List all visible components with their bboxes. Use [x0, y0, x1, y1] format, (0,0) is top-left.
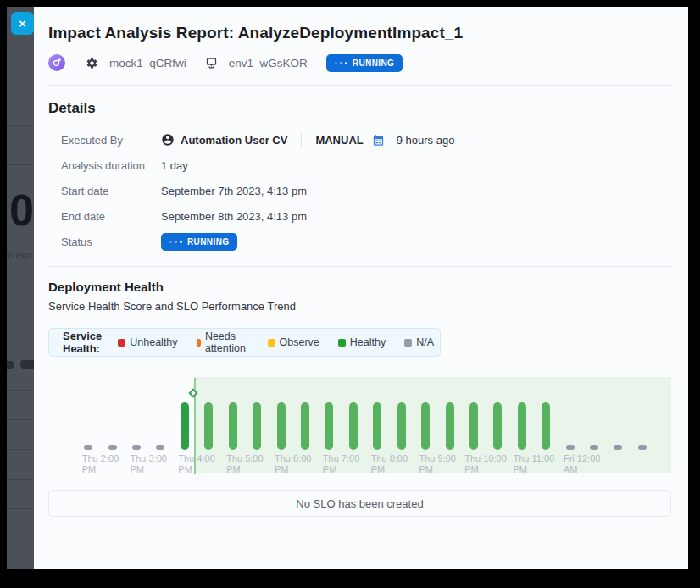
bar-slot	[342, 402, 365, 450]
bar-slot	[317, 402, 341, 450]
bar-slot	[245, 402, 269, 450]
analysis-duration-value: 1 day	[161, 159, 188, 172]
health-bar-healthy[interactable]	[325, 402, 333, 450]
section-divider	[48, 266, 671, 267]
status-badge-label: RUNNING	[353, 58, 394, 68]
legend-item: Healthy	[338, 330, 386, 354]
end-date-row: End date September 8th 2023, 4:13 pm	[48, 203, 671, 229]
health-bar-healthy[interactable]	[277, 402, 286, 450]
header-divider	[48, 85, 671, 86]
health-bar-healthy[interactable]	[518, 402, 526, 450]
slo-empty-state: No SLO has been created	[48, 490, 671, 517]
legend-items: UnhealthyNeeds attentionObserveHealthyN/…	[118, 330, 434, 354]
bar-slot	[148, 402, 172, 450]
bar-slot	[269, 402, 292, 450]
executed-by-user: Automation User CV	[181, 134, 287, 147]
health-bar-healthy[interactable]	[204, 402, 213, 450]
x-tick-label: Thu 7:00PM	[323, 453, 359, 475]
health-bar-healthy[interactable]	[349, 402, 358, 450]
health-bar-healthy[interactable]	[301, 402, 309, 450]
x-tick-slot: Thu 5:00PM	[220, 453, 269, 475]
row-label: Status	[48, 236, 161, 248]
health-bar-healthy[interactable]	[446, 402, 454, 450]
legend-item: Needs attention	[197, 330, 249, 354]
legend-label: Observe	[280, 336, 319, 348]
x-tick-label: Thu 5:00PM	[226, 453, 263, 475]
bar-slot	[631, 402, 654, 450]
health-bar-na[interactable]	[590, 445, 598, 450]
legend-swatch-icon	[268, 339, 275, 347]
health-bar-healthy[interactable]	[229, 402, 237, 450]
details-heading: Details	[48, 100, 671, 117]
health-bar-na[interactable]	[132, 445, 141, 450]
bar-slot	[293, 402, 317, 450]
user-icon	[161, 133, 175, 147]
impact-analysis-report-modal: Impact Analysis Report: AnalyzeDeploymen…	[34, 7, 688, 569]
health-bar-na[interactable]	[566, 445, 575, 450]
health-bar-na[interactable]	[84, 445, 92, 450]
bar-slot	[389, 402, 413, 450]
x-tick-slot	[606, 453, 654, 475]
health-bar-na[interactable]	[614, 445, 622, 450]
status-row: Status RUNNING	[48, 229, 671, 254]
monitored-service-name: mock1_qCRfwi	[109, 57, 186, 69]
bar-slot	[606, 402, 630, 450]
value-divider	[301, 132, 302, 147]
environment-icon	[205, 57, 218, 69]
health-bar-healthy_pre[interactable]	[181, 402, 189, 450]
underlay-row-divider	[7, 508, 34, 509]
close-icon[interactable]: ×	[11, 12, 34, 35]
underlay-partial-text: To exp	[7, 250, 31, 260]
deployment-health-subtitle: Service Health Score and SLO Performance…	[48, 300, 671, 313]
environment-chip[interactable]: env1_wGsKOR	[205, 57, 308, 69]
x-tick-label: Thu 6:00PM	[275, 453, 311, 475]
underlay-row-divider	[7, 164, 34, 165]
health-bar-na[interactable]	[108, 445, 117, 450]
x-tick-slot: Thu 3:00PM	[125, 453, 173, 475]
health-score-bar-chart: Thu 2:00PMThu 3:00PMThu 4:00PMThu 5:00PM…	[48, 365, 671, 485]
legend-label: N/A	[416, 336, 434, 348]
health-bar-healthy[interactable]	[397, 402, 406, 450]
x-tick-slot: Thu 6:00PM	[269, 453, 317, 475]
status-badge-label: RUNNING	[187, 237, 229, 247]
health-bar-healthy[interactable]	[542, 402, 550, 450]
service-health-legend: Service Health: UnhealthyNeeds attention…	[48, 328, 441, 357]
legend-swatch-icon	[338, 339, 346, 347]
legend-item: Observe	[268, 330, 319, 354]
x-tick-label: Thu 3:00PM	[131, 453, 167, 475]
health-bar-na[interactable]	[156, 445, 164, 450]
bar-slot	[125, 402, 148, 450]
row-label: Executed By	[48, 134, 161, 147]
status-badge: RUNNING	[161, 233, 237, 251]
details-rows: Executed By Automation User CV MANUAL 9 …	[48, 127, 671, 254]
page-title: Impact Analysis Report: AnalyzeDeploymen…	[48, 24, 671, 42]
x-tick-label: Thu 10:00PM	[464, 453, 507, 475]
executed-by-row: Executed By Automation User CV MANUAL 9 …	[48, 127, 671, 153]
bar-slot	[534, 402, 558, 450]
row-label: End date	[48, 210, 161, 223]
status-badge: RUNNING	[326, 54, 403, 72]
legend-label: Healthy	[350, 336, 386, 348]
health-bar-healthy[interactable]	[421, 402, 430, 450]
monitored-service-chip[interactable]: mock1_qCRfwi	[86, 57, 186, 69]
underlay-row-divider	[7, 125, 34, 126]
x-tick-label: Thu 2:00PM	[82, 453, 119, 475]
legend-label: Unhealthy	[130, 336, 177, 348]
bar-slot	[173, 402, 197, 450]
bar-slot	[510, 402, 534, 450]
analysis-duration-row: Analysis duration 1 day	[48, 153, 671, 178]
legend-item: Unhealthy	[118, 330, 177, 354]
x-tick-label: Thu 4:00PM	[178, 453, 214, 475]
x-tick-slot: Thu 7:00PM	[317, 453, 365, 475]
health-bar-healthy[interactable]	[493, 402, 502, 450]
calendar-icon	[372, 134, 385, 147]
x-tick-label: Fri 12:00AM	[564, 453, 600, 475]
health-bar-na[interactable]	[638, 445, 647, 450]
health-bar-healthy[interactable]	[253, 402, 261, 450]
health-bar-healthy[interactable]	[373, 402, 381, 450]
underlay-row-divider	[7, 390, 34, 391]
start-date-row: Start date September 7th 2023, 4:13 pm	[48, 178, 671, 203]
dimmed-background-page: 0 To exp	[7, 7, 34, 569]
environment-name: env1_wGsKOR	[229, 57, 308, 69]
health-bar-healthy[interactable]	[469, 402, 478, 450]
